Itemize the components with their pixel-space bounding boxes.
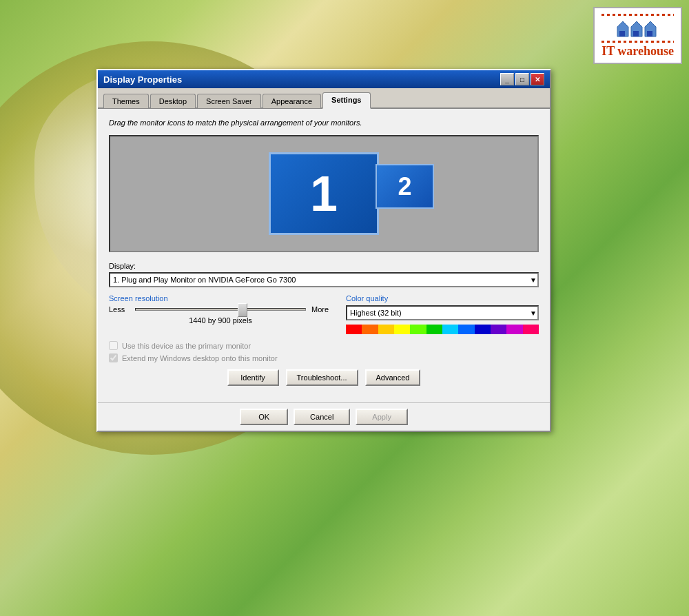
logo-top-line <box>601 14 674 16</box>
svg-rect-5 <box>647 31 652 37</box>
color-quality-dropdown[interactable]: Highest (32 bit)Medium (16 bit)Low (8 bi… <box>346 305 539 320</box>
color-seg-blue <box>458 325 474 334</box>
logo-house-icons <box>610 17 666 38</box>
extend-desktop-checkbox-row: Extend my Windows desktop onto this moni… <box>109 353 539 362</box>
resolution-value: 1440 by 900 pixels <box>109 316 332 325</box>
tab-strip: Themes Desktop Screen Saver Appearance S… <box>98 88 550 109</box>
color-seg-cyan <box>442 325 458 334</box>
color-seg-purple <box>491 325 506 334</box>
color-quality-group: Color quality Highest (32 bit)Medium (16… <box>346 294 539 334</box>
display-field-group: Display: 1. Plug and Play Monitor on NVI… <box>109 262 539 287</box>
settings-content: Drag the monitor icons to match the phys… <box>98 109 550 402</box>
color-seg-pink <box>523 325 539 334</box>
color-quality-dropdown-wrapper: Highest (32 bit)Medium (16 bit)Low (8 bi… <box>346 305 539 320</box>
settings-two-col: Screen resolution Less More 1440 by 900 … <box>109 294 539 334</box>
less-label: Less <box>109 305 130 314</box>
color-quality-label: Color quality <box>346 294 539 302</box>
color-seg-green2 <box>426 325 442 334</box>
color-seg-yellow2 <box>394 325 410 334</box>
logo-text: IT warehouse <box>601 44 674 59</box>
display-dropdown[interactable]: 1. Plug and Play Monitor on NVIDIA GeFor… <box>109 272 539 287</box>
close-button[interactable]: ✕ <box>531 73 544 85</box>
color-seg-green <box>410 325 426 334</box>
more-label: More <box>311 305 332 314</box>
title-bar-buttons: _ □ ✕ <box>500 73 544 85</box>
color-seg-red <box>346 325 362 334</box>
instruction-text: Drag the monitor icons to match the phys… <box>109 119 539 127</box>
troubleshoot-button[interactable]: Troubleshoot... <box>286 369 358 386</box>
tab-desktop[interactable]: Desktop <box>150 94 196 108</box>
identify-button[interactable]: Identify <box>227 369 279 386</box>
dialog-title: Display Properties <box>103 74 182 85</box>
action-buttons-row: Identify Troubleshoot... Advanced <box>109 369 539 386</box>
tab-appearance[interactable]: Appearance <box>263 94 321 108</box>
primary-monitor-label: Use this device as the primary monitor <box>122 342 251 350</box>
monitor-2-label: 2 <box>398 172 411 201</box>
primary-monitor-checkbox-row: Use this device as the primary monitor <box>109 341 539 350</box>
maximize-button[interactable]: □ <box>515 73 529 85</box>
monitor-1-icon[interactable]: 1 <box>269 152 379 235</box>
screen-resolution-label: Screen resolution <box>109 294 332 302</box>
extend-desktop-label: Extend my Windows desktop onto this moni… <box>122 354 278 362</box>
color-seg-yellow <box>378 325 394 334</box>
monitor-1-label: 1 <box>310 165 338 222</box>
monitor-display-area: 1 2 <box>109 135 539 252</box>
screen-resolution-group: Screen resolution Less More 1440 by 900 … <box>109 294 332 334</box>
cancel-button[interactable]: Cancel <box>294 409 350 425</box>
apply-button[interactable]: Apply <box>356 409 408 425</box>
tab-screen-saver[interactable]: Screen Saver <box>197 94 261 108</box>
color-seg-orange <box>362 325 378 334</box>
color-bar <box>346 325 539 334</box>
color-seg-magenta <box>506 325 522 334</box>
svg-rect-1 <box>619 31 625 37</box>
advanced-button[interactable]: Advanced <box>365 369 421 386</box>
primary-monitor-checkbox[interactable] <box>109 341 118 350</box>
title-bar: Display Properties _ □ ✕ <box>98 70 550 88</box>
logo: IT warehouse <box>593 7 682 64</box>
resolution-slider-track[interactable] <box>135 308 306 311</box>
ok-button[interactable]: OK <box>240 409 288 425</box>
svg-rect-3 <box>633 31 639 37</box>
logo-bottom-line <box>601 41 674 43</box>
tab-themes[interactable]: Themes <box>103 94 149 108</box>
color-seg-blue2 <box>475 325 491 334</box>
extend-desktop-checkbox[interactable] <box>109 353 118 362</box>
resolution-slider-thumb[interactable] <box>238 303 247 317</box>
minimize-button[interactable]: _ <box>500 73 514 85</box>
tab-settings[interactable]: Settings <box>322 92 370 109</box>
display-label: Display: <box>109 262 539 270</box>
display-properties-dialog: Display Properties _ □ ✕ Themes Desktop … <box>96 69 551 432</box>
logo-houses <box>610 17 666 38</box>
bottom-buttons-row: OK Cancel Apply <box>98 402 550 431</box>
resolution-slider-row: Less More <box>109 305 332 314</box>
display-dropdown-wrapper: 1. Plug and Play Monitor on NVIDIA GeFor… <box>109 272 539 287</box>
monitor-2-icon[interactable]: 2 <box>376 164 434 209</box>
